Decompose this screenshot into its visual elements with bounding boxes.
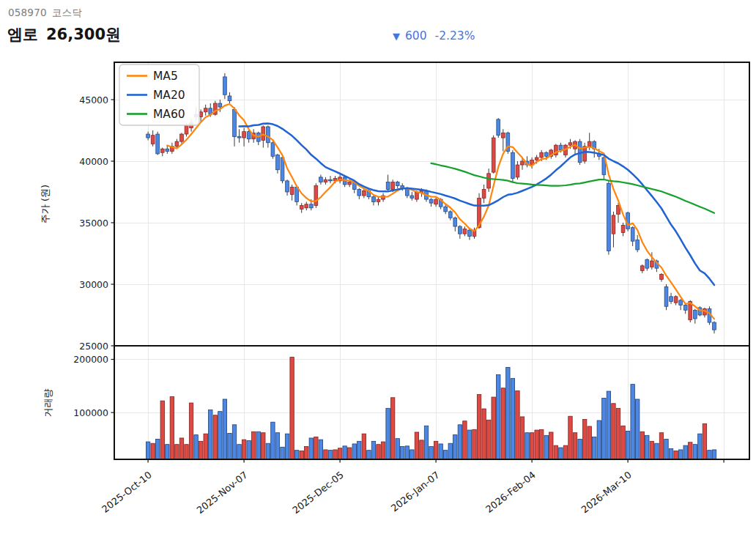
stock-code-market: 058970코스닥 [8,7,82,20]
svg-text:100000: 100000 [73,407,108,418]
svg-text:25000: 25000 [79,341,108,352]
price-change: ▼600-2.23% [393,29,475,42]
svg-text:2025-Dec-05: 2025-Dec-05 [290,470,346,516]
svg-text:2025-Oct-10: 2025-Oct-10 [100,470,154,515]
change-percent: -2.23% [435,29,475,42]
price-axis-title: 주가 (원) [40,185,51,223]
change-value: 600 [405,29,427,42]
stock-name: 엠로 [7,26,38,43]
market-label: 코스닥 [52,7,82,18]
svg-text:40000: 40000 [79,156,108,167]
volume-axis: 100000200000 [73,354,114,418]
svg-text:35000: 35000 [79,218,108,229]
volume-axis-title: 거래량 [42,388,53,417]
svg-text:MA5: MA5 [153,70,178,83]
volume-series [146,358,716,459]
svg-text:200000: 200000 [73,354,108,365]
candlestick-series [147,73,716,333]
svg-text:MA60: MA60 [153,108,185,121]
price-axis: 2500030000350004000045000 [79,95,114,352]
svg-text:2025-Nov-07: 2025-Nov-07 [194,470,249,516]
stock-chart: 2500030000350004000045000100000200000202… [0,51,756,537]
svg-text:2026-Feb-04: 2026-Feb-04 [483,470,538,515]
svg-text:MA20: MA20 [153,89,185,102]
date-axis: 2025-Oct-102025-Nov-072025-Dec-052026-Ja… [100,459,724,516]
chart-svg: 2500030000350004000045000100000200000202… [0,51,756,537]
svg-text:45000: 45000 [79,95,108,105]
svg-text:2026-Mar-10: 2026-Mar-10 [579,470,634,516]
legend: MA5MA20MA60 [119,64,199,125]
stock-code: 058970 [8,7,47,18]
svg-text:2026-Jan-07: 2026-Jan-07 [389,470,442,514]
current-price: 26,300원 [46,26,121,43]
down-triangle-icon: ▼ [393,31,400,42]
stock-title: 엠로26,300원 [7,24,121,45]
svg-text:30000: 30000 [79,279,108,290]
